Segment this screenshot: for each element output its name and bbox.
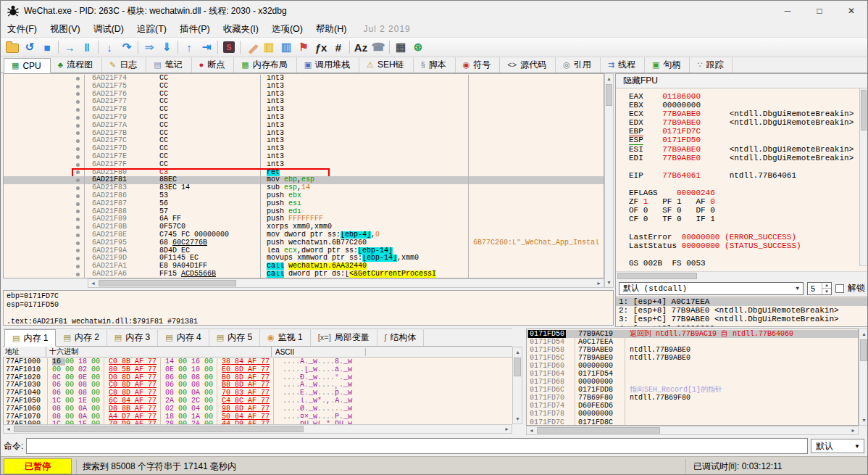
internet-icon[interactable]: ⊛ — [409, 39, 427, 55]
breakpoint-gutter[interactable] — [72, 270, 85, 278]
menu-item[interactable]: 视图(V) — [43, 22, 87, 36]
registers-list[interactable]: EAX 01186000EBX 00000000ECX 77B9ABE0 <nt… — [616, 88, 868, 271]
argument-row[interactable]: 4: [esp+10] 00000000 — [616, 324, 868, 327]
breakpoint-gutter[interactable] — [72, 247, 85, 255]
dump-row[interactable]: 77AF107008 00 0A 00A4 D7 AF 7718 00 1A 0… — [4, 413, 512, 421]
dump-tab-内存 5[interactable]: ▤内存 5 — [209, 329, 260, 346]
register-line[interactable] — [629, 250, 868, 259]
dump-hscrollbar[interactable]: ◂ ▸ — [3, 424, 512, 434]
register-line[interactable]: LastStatus 00000000 (STATUS_SUCCESS) — [629, 241, 868, 250]
scroll-thumb[interactable] — [514, 358, 521, 376]
tab-SEH链[interactable]: ⚠SEH链 — [359, 57, 414, 73]
scroll-down-arrow[interactable]: ▾ — [860, 416, 868, 424]
mnemonic-help-icon[interactable]: ☎ — [370, 39, 387, 55]
unlock-checkbox[interactable] — [835, 284, 844, 293]
stack-row[interactable]: 0171FD7800000000 — [527, 410, 858, 418]
breakpoint-gutter[interactable] — [72, 83, 85, 91]
breakpoint-gutter[interactable] — [72, 223, 85, 231]
breakpoint-gutter[interactable] — [72, 130, 85, 138]
breakpoint-gutter[interactable] — [72, 169, 85, 177]
breakpoint-gutter[interactable] — [72, 145, 85, 153]
font-icon[interactable]: Az — [352, 39, 370, 55]
menu-item[interactable]: 插件(P) — [173, 22, 217, 36]
register-line[interactable]: EFLAGS 00000246 — [629, 189, 868, 197]
scroll-up-arrow[interactable]: ▴ — [605, 75, 613, 83]
breakpoint-gutter[interactable] — [72, 98, 85, 106]
scroll-thumb[interactable] — [617, 273, 697, 279]
disasm-row[interactable]: 6AD21F7FCCint3 — [4, 161, 604, 169]
breakpoint-gutter[interactable] — [72, 75, 85, 83]
breakpoint-gutter[interactable] — [72, 208, 85, 216]
scroll-right-arrow[interactable]: ▸ — [595, 279, 603, 287]
hash-icon[interactable]: # — [330, 39, 347, 55]
registers-hscrollbar[interactable] — [616, 271, 868, 281]
arg-count-stepper[interactable]: 5▲▼ — [807, 282, 832, 295]
menu-item[interactable]: 文件(F) — [1, 22, 43, 36]
breakpoint-gutter[interactable] — [72, 231, 85, 239]
command-input[interactable] — [26, 438, 808, 454]
scroll-thumb[interactable] — [537, 427, 660, 434]
calculator-icon[interactable]: ▦ — [392, 39, 409, 55]
tab-符号[interactable]: ◉符号 — [456, 57, 501, 73]
step-over-icon[interactable]: ↷ — [118, 39, 135, 55]
dump-row[interactable]: 77AF100016 00 18 00C0 8B AF 7714 00 16 0… — [4, 358, 512, 366]
disasm-hscrollbar[interactable]: ◂ ▸ — [88, 278, 604, 288]
disasm-row[interactable]: 6AD21FA6FF15 ACD5566Bcall dword ptr ds:[… — [4, 270, 604, 278]
tab-线程[interactable]: ⇉线程 — [601, 57, 645, 73]
disassembly-view[interactable]: 6AD21F74CCint36AD21F75CCint36AD21F76CCin… — [3, 73, 604, 278]
disasm-row[interactable]: 6AD21F9568 60C2776Bpush wechatwin.6B77C2… — [4, 239, 604, 247]
menu-item[interactable]: 选项(O) — [265, 22, 309, 36]
comment-icon[interactable]: ▥ — [260, 39, 277, 55]
stack-row[interactable]: 0171FD6800000000 — [527, 378, 858, 386]
tab-引用[interactable]: ◎引用 — [556, 57, 601, 73]
dump-row[interactable]: 77AF10200C 00 0E 00D0 8D AF 7706 00 08 0… — [4, 374, 512, 382]
stack-row[interactable]: 0171FD7C0171FD8C — [527, 418, 858, 426]
breakpoint-gutter[interactable] — [72, 184, 85, 192]
stack-row[interactable]: 0171FD7077B69F80ntdll.77B69F80 — [527, 394, 858, 402]
tab-句柄[interactable]: ▣句柄 — [645, 57, 690, 73]
dump-tab-内存 4[interactable]: ▤内存 4 — [158, 329, 209, 346]
register-line[interactable]: ESI 77B9ABE0 <ntdll.DbgUiRemoteBreakin> — [629, 145, 868, 154]
register-line[interactable]: EAX 01186000 — [629, 92, 868, 101]
scroll-left-arrow[interactable]: ◂ — [527, 426, 535, 434]
run-icon[interactable]: → — [61, 39, 78, 55]
scroll-down-arrow[interactable]: ▾ — [605, 278, 613, 286]
stack-panel[interactable]: 0171FD5077B9AC19返回到 ntdll.77B9AC19 自 ntd… — [526, 329, 859, 426]
pause-icon[interactable]: ‖ — [78, 39, 96, 55]
breakpoint-gutter[interactable] — [72, 263, 85, 270]
spin-up-icon[interactable]: ▲ — [822, 283, 831, 289]
scroll-up-arrow[interactable]: ▴ — [860, 330, 868, 338]
stack-vscrollbar[interactable]: ▴ ▾ — [859, 329, 868, 426]
title-bar[interactable]: WeChat.exe - PID: 263C - 模块: wechatwin.d… — [1, 1, 867, 21]
label-icon[interactable]: ▥ — [277, 39, 295, 55]
scylla-icon[interactable]: S — [220, 39, 238, 55]
breakpoint-gutter[interactable] — [72, 192, 85, 200]
breakpoint-gutter[interactable] — [72, 255, 85, 263]
tab-CPU[interactable]: ▦CPU — [4, 58, 51, 73]
tab-调用堆栈[interactable]: ▣调用堆栈 — [297, 57, 359, 73]
tab-断点[interactable]: ●断点 — [192, 57, 235, 73]
menu-item[interactable]: 追踪(T) — [130, 22, 173, 36]
argument-row[interactable]: 3: [esp+C] 77B9ABE0 <ntdll.DbgUiRemoteBr… — [616, 315, 868, 323]
scroll-thumb[interactable] — [14, 426, 304, 432]
minimize-button[interactable]: ─ — [772, 1, 804, 21]
register-line[interactable]: GS 002B FS 0053 — [629, 259, 868, 268]
stop-icon[interactable]: ■ — [38, 39, 56, 55]
tab-内存布局[interactable]: ▦内存布局 — [234, 57, 296, 73]
stack-row[interactable]: 0171FD54A0C17EEA — [527, 338, 858, 346]
stack-row[interactable]: 0171FD74D60FE6D6 — [527, 402, 858, 410]
dump-tab-内存 2[interactable]: ▤内存 2 — [56, 329, 107, 346]
register-line[interactable]: CF 0 TF 0 IF 1 — [629, 215, 868, 223]
menu-item[interactable]: 收藏夹(I) — [217, 22, 265, 36]
scroll-down-arrow[interactable]: ▾ — [514, 415, 522, 423]
stack-row[interactable]: 0171FD6C0171FDD8指向SEH_Record[1]的指针 — [527, 386, 858, 394]
scroll-thumb[interactable] — [606, 84, 612, 106]
breakpoint-gutter[interactable] — [72, 161, 85, 169]
restart-icon[interactable]: ↺ — [21, 39, 38, 55]
tab-脚本[interactable]: §脚本 — [414, 57, 456, 73]
scroll-right-arrow[interactable]: ▸ — [503, 425, 511, 433]
tab-跟踪[interactable]: ∵跟踪 — [690, 57, 733, 73]
run-to-user-code-icon[interactable]: ⇥ — [198, 39, 215, 55]
close-button[interactable]: ✕ — [835, 1, 867, 21]
tab-日志[interactable]: ✎日志 — [102, 57, 146, 73]
